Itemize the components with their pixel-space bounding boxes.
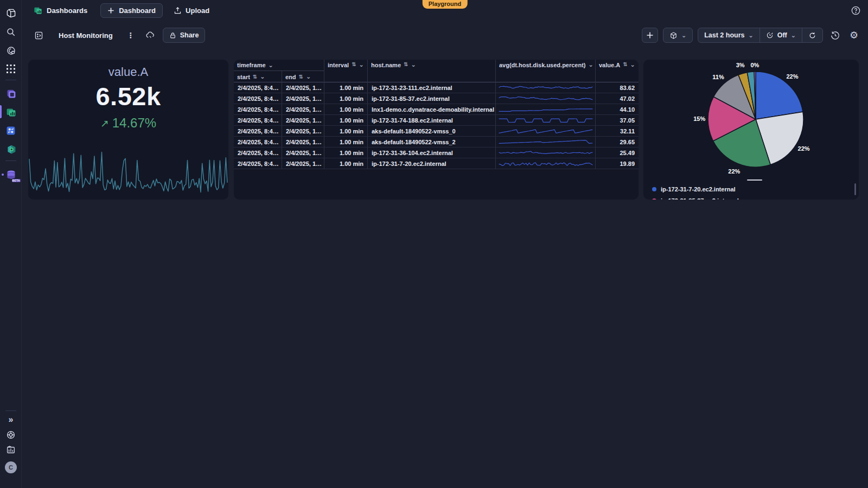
table-row[interactable]: 2/4/2025, 8:4…2/4/2025, 1…1.00 minip-172… <box>234 93 639 104</box>
table-row[interactable]: 2/4/2025, 8:4…2/4/2025, 1…1.00 minip-172… <box>234 82 639 93</box>
cell-end: 2/4/2025, 1… <box>282 93 324 104</box>
pie-slice-label: 11% <box>712 74 724 80</box>
single-value-tile[interactable]: value.A 6.52k ↗ 14.67% <box>28 60 228 200</box>
table-row[interactable]: 2/4/2025, 8:4…2/4/2025, 1…1.00 minip-172… <box>234 115 639 126</box>
playground-badge: Playground <box>423 0 468 9</box>
pie-slice-label: 22% <box>786 73 798 80</box>
legend-label: ip-172-31-7-20.ec2.internal <box>661 186 736 192</box>
sidebar-item-app-blue[interactable] <box>0 123 22 139</box>
sidebar-item-kubernetes[interactable] <box>0 141 22 157</box>
help-icon[interactable] <box>850 5 861 16</box>
copilot-icon[interactable] <box>0 42 22 59</box>
cell-start: 2/4/2025, 8:4… <box>234 147 282 158</box>
pie-chart[interactable] <box>643 60 859 200</box>
share-button[interactable]: Share <box>163 28 206 43</box>
cell-start: 2/4/2025, 8:4… <box>234 93 282 104</box>
cell-end: 2/4/2025, 1… <box>282 115 324 125</box>
value-tile-title: value.A <box>108 65 148 79</box>
add-tile-button[interactable] <box>642 28 658 43</box>
column-header-value-a[interactable]: value.A⇅⌄ <box>595 60 639 82</box>
sort-icon: ⇅ <box>253 74 257 80</box>
cell-sparkline <box>495 93 595 104</box>
cell-start: 2/4/2025, 8:4… <box>234 158 282 169</box>
board-layout-icon[interactable] <box>31 28 46 42</box>
delta-value: 14.67% <box>112 115 156 131</box>
user-avatar[interactable]: C <box>0 459 22 476</box>
table-row[interactable]: 2/4/2025, 8:4…2/4/2025, 1…1.00 minip-172… <box>234 158 639 169</box>
legend-color-dot <box>652 198 656 200</box>
table-row[interactable]: 2/4/2025, 8:4…2/4/2025, 1…1.00 minlnx1-d… <box>234 104 639 115</box>
tab-dashboard[interactable]: Dashboard <box>100 3 163 18</box>
column-header-timeframe[interactable]: timeframe⌄ <box>234 60 324 71</box>
timeframe-selector[interactable]: Last 2 hours ⌄ <box>698 28 760 42</box>
column-header-avg-disk[interactable]: avg(dt.host.disk.used.percent)⌄ <box>495 60 595 82</box>
app-brand[interactable]: Dashboards <box>34 6 87 15</box>
trend-up-icon: ↗ <box>100 117 109 130</box>
apps-grid-icon[interactable] <box>0 61 22 77</box>
dynatrace-logo-icon[interactable] <box>0 5 22 21</box>
cell-interval: 1.00 min <box>324 104 367 114</box>
cell-start: 2/4/2025, 8:4… <box>234 115 282 125</box>
sidebar-divider <box>5 410 16 411</box>
sidebar-item-dashboards[interactable] <box>0 104 22 120</box>
history-icon[interactable] <box>828 28 842 42</box>
pie-legend: ip-172-31-7-20.ec2.internalip-172-31-85-… <box>652 183 739 200</box>
insights-chart-icon[interactable] <box>0 442 22 458</box>
chevron-down-icon: ⌄ <box>589 62 593 68</box>
cell-sparkline <box>495 126 595 136</box>
pie-slice-label: 22% <box>728 168 740 175</box>
cell-start: 2/4/2025, 8:4… <box>234 104 282 114</box>
cell-host-name: ip-172-31-85-37.ec2.internal <box>367 93 495 104</box>
column-header-interval[interactable]: interval⇅⌄ <box>324 60 367 82</box>
cell-host-name: ip-172-31-74-188.ec2.internal <box>367 115 495 125</box>
table-row[interactable]: 2/4/2025, 8:4…2/4/2025, 1…1.00 minaks-de… <box>234 126 639 137</box>
cell-sparkline <box>495 115 595 125</box>
legend-scrollbar[interactable] <box>854 183 856 195</box>
dashboards-app-icon <box>34 6 42 15</box>
cell-sparkline <box>495 147 595 158</box>
value-tile-value: 6.52k <box>95 81 161 111</box>
active-indicator <box>0 105 2 118</box>
upload-button[interactable]: Upload <box>174 7 209 15</box>
settings-gear-icon[interactable]: ⚙ <box>847 28 861 42</box>
cell-sparkline <box>495 82 595 93</box>
sort-icon: ⇅ <box>299 74 303 80</box>
table-row[interactable]: 2/4/2025, 8:4…2/4/2025, 1…1.00 minaks-de… <box>234 137 639 147</box>
plus-icon <box>107 7 114 14</box>
cell-sparkline <box>495 104 595 114</box>
pie-slice-label: 22% <box>798 145 810 152</box>
more-options-icon[interactable]: ⋮ <box>124 28 138 42</box>
lock-icon <box>169 32 176 39</box>
refresh-button[interactable] <box>802 28 822 42</box>
tab-label: Dashboard <box>119 7 156 15</box>
variables-button[interactable]: ⌄ <box>663 28 693 43</box>
expand-sidebar-icon[interactable]: » <box>0 412 22 428</box>
search-icon[interactable] <box>0 24 22 40</box>
column-header-host-name[interactable]: host.name⇅⌄ <box>367 60 495 82</box>
table-header: timeframe⌄ interval⇅⌄ host.name⇅⌄ avg(dt… <box>234 60 639 82</box>
column-header-end[interactable]: end⇅⌄ <box>282 71 324 82</box>
cell-interval: 1.00 min <box>324 158 367 169</box>
cell-value: 47.02 <box>595 93 639 104</box>
chevron-down-icon: ⌄ <box>359 62 364 68</box>
legend-item[interactable]: ip-172-31-85-37.ec2.internal <box>652 195 739 200</box>
table-row[interactable]: 2/4/2025, 8:4…2/4/2025, 1…1.00 minip-172… <box>234 147 639 158</box>
row-sparkline <box>498 94 593 103</box>
cell-end: 2/4/2025, 1… <box>282 126 324 136</box>
column-header-start[interactable]: start⇅⌄ <box>234 71 282 82</box>
help-ring-icon[interactable] <box>0 427 22 443</box>
chevron-down-icon: ⌄ <box>791 33 796 38</box>
cell-end: 2/4/2025, 1… <box>282 158 324 169</box>
legend-item[interactable]: ip-172-31-7-20.ec2.internal <box>652 183 739 195</box>
sidebar-item-storage-beta[interactable]: BETA <box>0 166 22 183</box>
row-sparkline <box>498 159 593 168</box>
auto-refresh-label: Off <box>777 31 787 39</box>
sidebar-item-clouds[interactable] <box>0 86 22 102</box>
plus-icon <box>646 31 654 39</box>
cell-interval: 1.00 min <box>324 115 367 125</box>
sort-icon: ⇅ <box>404 62 408 67</box>
cell-interval: 1.00 min <box>324 126 367 136</box>
app-sidebar: BETA » C <box>0 0 22 488</box>
auto-refresh-selector[interactable]: Off ⌄ <box>760 28 802 42</box>
timeframe-label: Last 2 hours <box>704 31 744 39</box>
